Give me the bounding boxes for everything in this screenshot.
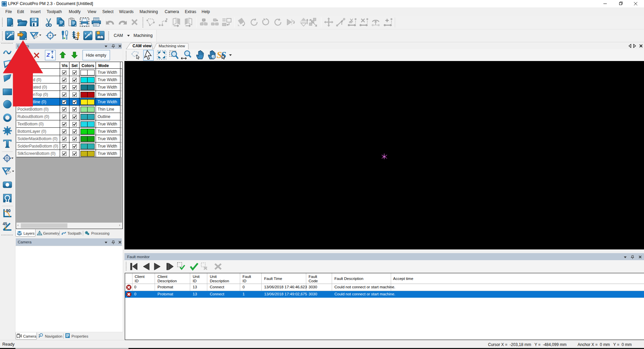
svg-text:45: 45 bbox=[3, 222, 7, 226]
svg-text:90: 90 bbox=[6, 209, 11, 213]
svg-text:4: 4 bbox=[90, 31, 92, 35]
